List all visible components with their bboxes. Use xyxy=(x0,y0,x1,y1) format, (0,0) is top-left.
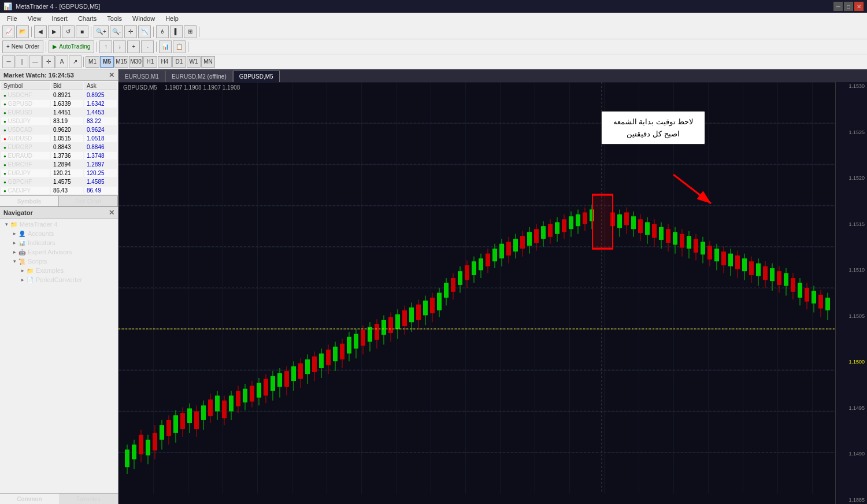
market-watch-scroll[interactable]: Symbol Bid Ask ● USDCHF 0.8921 0.8925 ● … xyxy=(0,81,118,195)
stop-button[interactable]: ■ xyxy=(76,25,88,38)
navigator-close[interactable]: ✕ xyxy=(109,209,114,217)
market-watch-row[interactable]: ● EURGBP 0.8843 0.8846 xyxy=(1,143,117,151)
back-button[interactable]: ◀ xyxy=(34,25,47,38)
nav-tab-common[interactable]: Common xyxy=(0,494,59,504)
market-watch-close[interactable]: ✕ xyxy=(109,71,114,79)
svg-rect-140 xyxy=(562,219,566,232)
mw-ask: 1.2897 xyxy=(84,161,117,168)
vline-button[interactable]: | xyxy=(16,55,28,68)
close-button[interactable]: ✕ xyxy=(854,2,864,11)
svg-rect-144 xyxy=(576,214,580,226)
new-order-button[interactable]: + New Order xyxy=(2,40,43,53)
period-h1[interactable]: H1 xyxy=(143,56,157,68)
market-watch-row[interactable]: ● GBPCHF 1.4575 1.4585 xyxy=(1,178,117,186)
period-m1[interactable]: M1 xyxy=(86,56,99,68)
period-d1[interactable]: D1 xyxy=(172,56,186,68)
market-watch-row[interactable]: ● USDCAD 0.9620 0.9624 xyxy=(1,126,117,134)
nav-tree-item[interactable]: ▾ 📜 Scripts xyxy=(1,257,117,266)
svg-rect-24 xyxy=(160,425,164,439)
bar-button[interactable]: ▌ xyxy=(170,25,183,38)
market-watch-row[interactable]: ● USDJPY 83.19 83.22 xyxy=(1,117,117,125)
period-mn[interactable]: MN xyxy=(201,56,215,68)
nav-tree-item[interactable]: ▸ 📄 PeriodConverter xyxy=(1,275,117,284)
period-m15[interactable]: M15 xyxy=(114,56,128,68)
market-watch-row[interactable]: ● EURJPY 120.21 120.25 xyxy=(1,169,117,177)
text-button[interactable]: A xyxy=(55,55,68,68)
chart-remove-button[interactable]: - xyxy=(141,40,154,53)
open-button[interactable]: 📂 xyxy=(16,25,29,38)
zoom-in-button[interactable]: 🔍+ xyxy=(94,25,109,38)
nav-tree-item[interactable]: ▸ 📊 Indicators xyxy=(1,238,117,247)
market-watch-row[interactable]: ● AUDUSD 1.0515 1.0518 xyxy=(1,135,117,142)
minimize-button[interactable]: ─ xyxy=(833,2,843,11)
market-watch-row[interactable]: ● CADJPY 86.43 86.49 xyxy=(1,187,117,194)
autotrading-button[interactable]: ▶ AutoTrading xyxy=(49,40,94,53)
annotation-line2: اصبح كل دقيقتين xyxy=(610,129,696,138)
nav-tab-favorites[interactable]: Favorites xyxy=(59,494,118,504)
line-chart-button[interactable]: 📉 xyxy=(138,25,151,38)
menu-file[interactable]: File xyxy=(2,14,22,23)
nav-tree-item[interactable]: ▾ 📁 MetaTrader 4 xyxy=(1,220,117,229)
chart-tab-eurusd-m1[interactable]: EURUSD,M1 xyxy=(118,71,165,82)
col-symbol: Symbol xyxy=(1,82,50,90)
candle-button[interactable]: 🕯 xyxy=(156,25,169,38)
hline-button[interactable]: — xyxy=(29,55,42,68)
market-watch-row[interactable]: ● EURUSD 1.4451 1.4453 xyxy=(1,109,117,116)
navigator-tree: ▾ 📁 MetaTrader 4 ▸ 👤 Accounts ▸ 📊 Indica… xyxy=(0,218,118,493)
annotation-line1: لاحظ توقيت بداية الشمعه xyxy=(610,117,696,126)
svg-rect-200 xyxy=(784,273,788,286)
menu-help[interactable]: Help xyxy=(161,14,183,23)
period-w1[interactable]: W1 xyxy=(187,56,201,68)
svg-rect-100 xyxy=(423,301,428,315)
svg-rect-36 xyxy=(201,405,206,420)
svg-rect-66 xyxy=(305,360,310,374)
mw-tab-tick-chart[interactable]: Tick Chart xyxy=(59,196,118,206)
menu-charts[interactable]: Charts xyxy=(73,14,101,23)
crosshair-button[interactable]: ✛ xyxy=(124,25,137,38)
refresh-button[interactable]: ↺ xyxy=(62,25,75,38)
svg-rect-192 xyxy=(756,264,761,276)
market-watch-table: Symbol Bid Ask ● USDCHF 0.8921 0.8925 ● … xyxy=(0,81,118,195)
arrow-button[interactable]: ↗ xyxy=(69,55,81,68)
toolbar-1: 📈 📂 ◀ ▶ ↺ ■ 🔍+ 🔍- ✛ 📉 🕯 ▌ ⊞ xyxy=(0,24,867,39)
period-m5[interactable]: M5 xyxy=(100,56,114,68)
chart-down-button[interactable]: ↓ xyxy=(113,40,126,53)
crosshair2-button[interactable]: ✛ xyxy=(42,55,55,68)
svg-rect-74 xyxy=(333,347,338,361)
chart-add-button[interactable]: + xyxy=(127,40,140,53)
market-watch-row[interactable]: ● USDCHF 0.8921 0.8925 xyxy=(1,91,117,99)
svg-rect-194 xyxy=(763,266,768,280)
market-watch-row[interactable]: ● EURCHF 1.2894 1.2897 xyxy=(1,161,117,168)
nav-tree-item[interactable]: ▸ 🤖 Expert Advisors xyxy=(1,247,117,257)
line-draw-button[interactable]: ─ xyxy=(2,55,15,68)
market-watch-row[interactable]: ● GBPUSD 1.6339 1.6342 xyxy=(1,100,117,108)
mw-bid: 1.6339 xyxy=(51,100,83,108)
menu-insert[interactable]: Insert xyxy=(47,14,72,23)
indicator-button[interactable]: 📊 xyxy=(159,40,172,53)
nav-tree-item[interactable]: ▸ 👤 Accounts xyxy=(1,229,117,238)
mw-bid: 1.4451 xyxy=(51,109,83,116)
zoom-out-button[interactable]: 🔍- xyxy=(110,25,123,38)
period-m30[interactable]: M30 xyxy=(129,56,143,68)
svg-rect-196 xyxy=(770,268,775,281)
template-button[interactable]: 📋 xyxy=(173,40,186,53)
mw-tab-symbols[interactable]: Symbols xyxy=(0,196,59,206)
forward-button[interactable]: ▶ xyxy=(48,25,61,38)
svg-rect-166 xyxy=(666,229,670,243)
menu-window[interactable]: Window xyxy=(128,14,160,23)
chart-tab-gbpusd-m5[interactable]: GBPUSD,M5 xyxy=(233,71,280,82)
new-chart-button[interactable]: 📈 xyxy=(2,25,15,38)
chart-tab-eurusd-m2[interactable]: EURUSD,M2 (offline) xyxy=(165,71,233,82)
svg-rect-52 xyxy=(257,383,261,397)
grid-button[interactable]: ⊞ xyxy=(184,25,197,38)
chart-up-button[interactable]: ↑ xyxy=(99,40,112,53)
period-h4[interactable]: H4 xyxy=(158,56,172,68)
tree-icon: ▸ xyxy=(18,276,27,284)
maximize-button[interactable]: □ xyxy=(844,2,853,11)
menu-view[interactable]: View xyxy=(23,14,46,23)
market-watch-row[interactable]: ● EURAUD 1.3736 1.3748 xyxy=(1,152,117,160)
nav-tree-item[interactable]: ▸ 📁 Examples xyxy=(1,266,117,275)
autotrading-label: AutoTrading xyxy=(59,43,90,50)
menu-tools[interactable]: Tools xyxy=(102,14,127,23)
svg-rect-62 xyxy=(291,366,296,381)
